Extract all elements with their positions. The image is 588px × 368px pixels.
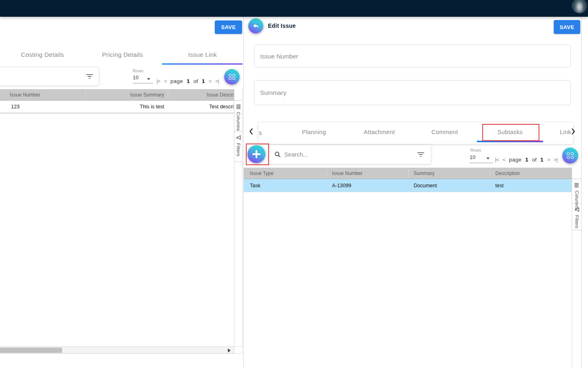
column-header-issue-number: Issue Number	[332, 168, 363, 179]
columns-icon	[574, 183, 579, 188]
rail-spacer	[572, 168, 581, 179]
tab-subtasks[interactable]: Subtasks	[477, 122, 543, 142]
cell-issue-number: 123	[11, 101, 20, 113]
pagination-right: |< < page 1 of 1 > >|	[495, 155, 557, 164]
summary-field	[254, 80, 571, 105]
tabs-scroll-left-chevron[interactable]	[249, 128, 254, 135]
rows-dropdown-caret-right[interactable]	[486, 157, 490, 159]
column-header-issue-description: Issue Descri	[168, 89, 234, 101]
back-arrow-icon	[252, 22, 260, 29]
filters-icon	[574, 207, 579, 212]
cell-description: test	[495, 179, 503, 192]
scrollbar-corner	[234, 346, 243, 354]
rows-dropdown-caret-left[interactable]	[147, 78, 150, 80]
total-pages-number: 1	[540, 157, 543, 163]
active-tab-underline-right	[477, 141, 543, 142]
rows-select-underline-left	[133, 83, 153, 83]
grid-icon	[567, 153, 574, 159]
last-page-button[interactable]: >|	[215, 78, 219, 84]
filters-rail-label: Filters	[575, 215, 579, 229]
filter-icon-left[interactable]	[86, 74, 93, 79]
tabs-scroll-right-chevron[interactable]	[571, 128, 576, 135]
tab-issue-link[interactable]: Issue Link	[163, 45, 243, 64]
table-side-rail-left: Columns Filters	[234, 89, 243, 354]
plus-icon	[252, 150, 261, 158]
grid-icon	[229, 74, 236, 80]
rows-per-page-select-left[interactable]: 10	[133, 74, 138, 81]
table-header-right: Issue Type Issue Number Summary Descript…	[244, 168, 572, 179]
tab-planning[interactable]: Planning	[281, 122, 347, 142]
table-side-rail-right: Columns Filters	[572, 168, 581, 368]
columns-panel-toggle-right[interactable]: Columns	[572, 179, 581, 204]
prev-page-button[interactable]: <	[502, 157, 505, 163]
rows-per-page-select-right[interactable]: 10	[470, 154, 475, 160]
columns-panel-toggle-left[interactable]: Columns	[234, 101, 242, 132]
next-page-button[interactable]: >	[547, 157, 550, 163]
cell-issue-number: A-13099	[332, 179, 351, 192]
scrollbar-thumb[interactable]	[0, 348, 62, 353]
of-label: of	[532, 157, 537, 163]
column-header-issue-type: Issue Type	[250, 168, 274, 179]
tab-link[interactable]: Link	[543, 122, 588, 142]
columns-icon	[236, 104, 241, 109]
total-pages-number: 1	[202, 78, 205, 84]
app-root: SAVE Costing Details Pricing Details Iss…	[0, 0, 588, 368]
top-navbar	[0, 0, 588, 17]
filters-rail-label: Filters	[236, 143, 241, 157]
page-label: page	[509, 157, 521, 163]
cell-issue-description: Test descri	[168, 101, 234, 113]
table-row[interactable]: 123 This is test Test descri	[0, 101, 234, 113]
cell-summary: Document	[414, 179, 437, 192]
cell-issue-summary: This is test	[86, 101, 164, 113]
scrollbar-right-arrow[interactable]	[228, 348, 231, 352]
first-page-button[interactable]: |<	[495, 157, 499, 163]
filter-icon-right[interactable]	[417, 152, 424, 157]
filters-icon	[236, 135, 241, 140]
rail-spacer	[234, 89, 242, 101]
page-title: Edit Issue	[268, 22, 296, 29]
user-avatar[interactable]	[572, 0, 587, 13]
summary-input[interactable]	[254, 81, 570, 105]
save-button-right[interactable]: SAVE	[554, 20, 580, 34]
table-header-left: Issue Number Issue Summary Issue Descri	[0, 89, 234, 101]
search-input-left[interactable]	[0, 73, 86, 80]
panel-divider	[243, 17, 244, 368]
last-page-button[interactable]: >|	[554, 157, 557, 163]
tab-attachment[interactable]: Attachment	[347, 122, 412, 142]
rows-label-right: Rows	[470, 148, 481, 153]
columns-rail-label: Columns	[236, 112, 241, 131]
current-page-number: 1	[525, 157, 528, 163]
tab-costing-details[interactable]: Costing Details	[2, 45, 82, 64]
filters-panel-toggle-left[interactable]: Filters	[234, 132, 242, 162]
rows-label-left: Rows	[133, 68, 143, 73]
column-header-issue-summary: Issue Summary	[86, 89, 164, 101]
grid-view-button-right[interactable]	[562, 148, 578, 164]
tab-comment[interactable]: Comment	[412, 122, 477, 142]
pagination-left: |< < page 1 of 1 > >|	[156, 76, 219, 86]
tab-pricing-details[interactable]: Pricing Details	[82, 45, 163, 64]
column-header-description: Description	[495, 168, 520, 179]
prev-page-button[interactable]: <	[164, 78, 167, 84]
back-button[interactable]	[248, 18, 263, 34]
issue-number-field	[254, 45, 571, 67]
active-tab-underline-left	[162, 63, 243, 65]
add-subtask-button[interactable]	[247, 145, 265, 163]
save-button-left[interactable]: SAVE	[215, 20, 242, 34]
table-row-selected[interactable]: Task A-13099 Document test	[244, 179, 572, 192]
current-page-number: 1	[187, 78, 190, 84]
issue-number-input[interactable]	[254, 45, 570, 67]
column-header-issue-number: Issue Number	[10, 89, 40, 101]
of-label: of	[194, 78, 198, 84]
rows-select-underline-right	[470, 163, 493, 163]
search-box-right	[269, 145, 431, 164]
grid-view-button-left[interactable]	[224, 69, 240, 85]
search-input-right[interactable]	[281, 151, 417, 158]
next-page-button[interactable]: >	[209, 78, 212, 84]
filters-panel-toggle-right[interactable]: Filters	[572, 204, 581, 230]
cell-issue-type: Task	[250, 179, 261, 192]
clipped-tab-fragment: s	[259, 130, 262, 136]
first-page-button[interactable]: |<	[156, 78, 160, 84]
column-header-summary: Summary	[414, 168, 434, 179]
panel-right-edge	[581, 17, 581, 368]
search-box-left	[0, 67, 99, 86]
